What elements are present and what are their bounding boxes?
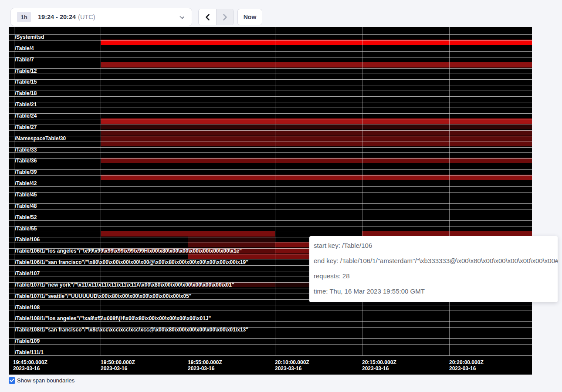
hover-tooltip: start key: /Table/106 end key: /Table/10… xyxy=(309,236,558,302)
span-boundary-line xyxy=(9,226,532,226)
span-boundary-line xyxy=(9,220,532,221)
span-key-label: /Table/111/1 xyxy=(15,350,44,355)
range-text: 19:24 - 20:24(UTC) xyxy=(38,14,95,20)
span-boundary-line xyxy=(9,147,532,148)
range-duration-badge: 1h xyxy=(17,12,31,22)
tick-time: 20:20:00.000Z xyxy=(449,360,484,366)
span-key-label: /Table/15 xyxy=(15,79,37,85)
range-interval: 19:24 - 20:24 xyxy=(38,14,76,20)
span-key-label: /Table/106/1/"los angeles"/"\x99\x99\x99… xyxy=(15,248,242,254)
span-key-label: /Table/7 xyxy=(15,57,34,63)
time-nav-group xyxy=(198,9,234,25)
time-range-select[interactable]: 1h 19:24 - 20:24(UTC) xyxy=(10,8,192,26)
time-axis-tick: 19:50:00.000Z2023-03-16 xyxy=(101,360,135,372)
span-boundary-line xyxy=(9,142,532,142)
tick-time: 19:50:00.000Z xyxy=(101,360,135,366)
tick-date: 2023-03-16 xyxy=(101,366,135,372)
span-key-label: /Table/107/1/"seattle"/"UUUUUUD\x00\x80\… xyxy=(15,294,191,299)
span-boundary-line xyxy=(9,158,532,159)
show-span-boundaries-checkbox[interactable] xyxy=(9,377,15,384)
span-boundary-line xyxy=(9,305,532,305)
span-boundary-line xyxy=(9,74,532,74)
span-key-label: /Table/108/1/"san francisco"/"\x8c\xcc\x… xyxy=(15,327,248,333)
span-boundary-line xyxy=(9,311,532,311)
now-button[interactable]: Now xyxy=(237,9,262,25)
span-boundary-line xyxy=(9,79,532,80)
span-key-label: /Table/36 xyxy=(15,158,37,164)
tick-time: 20:10:00.000Z xyxy=(275,360,309,366)
tick-date: 2023-03-16 xyxy=(13,366,47,372)
chevron-right-icon xyxy=(222,14,228,21)
span-boundary-line xyxy=(9,130,532,131)
span-boundary-line xyxy=(9,113,532,114)
span-boundary-line xyxy=(9,91,532,91)
span-key-label: /Table/33 xyxy=(15,147,37,153)
span-key-label: /Table/108/1/"los angeles"/"\xa8\xf5\u00… xyxy=(15,316,211,321)
next-range-button[interactable] xyxy=(216,9,234,25)
span-key-label: /Table/106/1/"san francisco"/"\x80\x00\x… xyxy=(15,260,248,265)
tick-date: 2023-03-16 xyxy=(449,366,484,372)
span-key-label: /Table/4 xyxy=(15,46,34,51)
tick-time: 19:45:00.000Z xyxy=(13,360,47,366)
span-boundary-line xyxy=(9,209,532,210)
span-boundary-line xyxy=(9,355,532,356)
span-boundary-line xyxy=(9,338,532,339)
range-timezone: (UTC) xyxy=(78,14,95,20)
span-boundary-line xyxy=(9,63,532,63)
span-key-label: /Table/18 xyxy=(15,91,37,96)
time-boundary-line xyxy=(362,27,362,355)
time-axis-tick: 20:20:00.000Z2023-03-16 xyxy=(449,360,484,372)
time-boundary-line xyxy=(449,27,450,355)
span-boundary-line xyxy=(9,57,532,57)
span-key-label: /Table/107 xyxy=(15,271,40,277)
span-boundary-line xyxy=(9,344,532,345)
span-key-label: /Table/106 xyxy=(15,237,40,243)
tooltip-requests: requests: 28 xyxy=(314,268,552,284)
checkmark-icon xyxy=(10,378,14,382)
span-boundary-line xyxy=(9,232,532,232)
time-boundary-line xyxy=(275,27,275,355)
span-key-label: /Table/21 xyxy=(15,102,37,108)
span-boundary-line xyxy=(9,136,532,136)
time-axis-tick: 20:10:00.000Z2023-03-16 xyxy=(275,360,309,372)
time-boundary-line xyxy=(101,27,101,355)
tick-date: 2023-03-16 xyxy=(188,366,222,372)
chevron-down-icon xyxy=(179,14,184,19)
span-key-label: /Table/107/1/"new york"/"\x11\x11\x11\x1… xyxy=(15,282,234,288)
span-boundary-line xyxy=(9,192,532,193)
span-key-label: /Table/109 xyxy=(15,338,40,344)
span-boundary-line xyxy=(9,164,532,164)
time-boundary-line xyxy=(188,27,188,355)
tick-date: 2023-03-16 xyxy=(362,366,396,372)
tick-time: 19:55:00.000Z xyxy=(188,360,222,366)
prev-range-button[interactable] xyxy=(199,9,216,25)
span-key-label: /Table/27 xyxy=(15,125,37,130)
span-key-label: /Table/52 xyxy=(15,215,37,220)
span-key-label: /System/tsd xyxy=(15,34,44,40)
tick-time: 20:15:00.000Z xyxy=(362,360,396,366)
span-boundary-line xyxy=(9,169,532,170)
span-boundary-line xyxy=(9,40,532,41)
span-key-label: /Table/24 xyxy=(15,113,37,119)
span-boundary-line xyxy=(9,96,532,97)
key-visualizer-canvas[interactable]: /System/tsd/Table/4/Table/7/Table/12/Tab… xyxy=(9,27,532,375)
span-boundary-line xyxy=(9,102,532,102)
span-key-label: /Table/42 xyxy=(15,181,37,186)
footer-controls: Show span boundaries xyxy=(9,377,74,384)
span-boundary-line xyxy=(9,119,532,119)
span-boundary-line xyxy=(9,108,532,108)
span-boundary-line xyxy=(9,181,532,181)
span-boundary-line xyxy=(9,175,532,176)
span-boundary-line xyxy=(9,215,532,215)
span-boundary-line xyxy=(9,51,532,52)
span-key-label: /Table/45 xyxy=(15,192,37,198)
show-span-boundaries-label: Show span boundaries xyxy=(17,377,74,384)
span-key-label: /Table/12 xyxy=(15,68,37,74)
span-key-label: /Table/39 xyxy=(15,169,37,175)
span-boundary-line xyxy=(9,46,532,46)
tick-date: 2023-03-16 xyxy=(275,366,309,372)
span-boundary-line xyxy=(9,333,532,333)
key-visualizer-page: { "toolbar": { "range_badge": "1h", "ran… xyxy=(0,0,562,392)
span-key-label: /Table/48 xyxy=(15,203,37,209)
span-boundary-line xyxy=(9,186,532,187)
